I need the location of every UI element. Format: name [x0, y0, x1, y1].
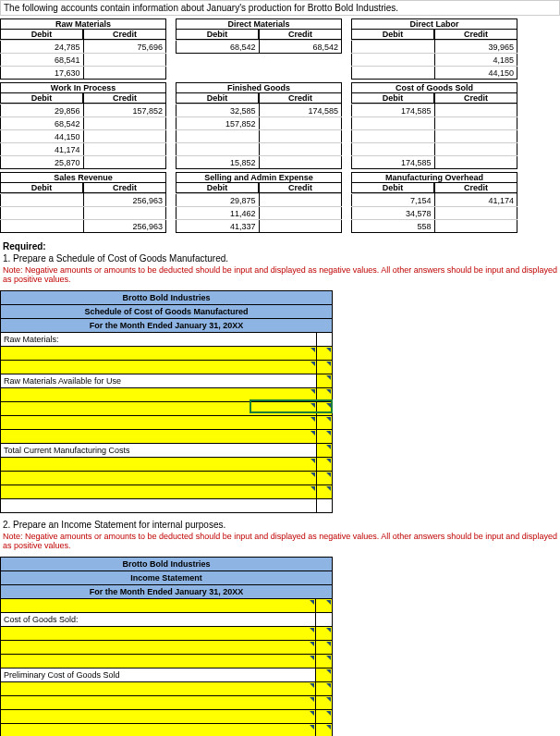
debit-cell[interactable]: [352, 41, 435, 54]
sched-row-total: Total Current Manufacturing Costs: [1, 444, 317, 458]
debit-cell[interactable]: [1, 194, 84, 207]
input-cell[interactable]: [1, 347, 317, 361]
t-account: Raw Materials DebitCredit 24,78575,69668…: [0, 18, 166, 80]
credit-cell[interactable]: [434, 220, 517, 233]
credit-cell[interactable]: [434, 156, 517, 169]
account-title: Manufacturing Overhead: [351, 172, 517, 182]
debit-header: Debit: [351, 92, 434, 104]
debit-cell[interactable]: 157,852: [177, 117, 260, 130]
credit-cell[interactable]: [259, 130, 342, 143]
debit-cell[interactable]: [352, 67, 435, 80]
inc-row-prelim: Preliminary Cost of Goods Sold: [1, 669, 316, 682]
credit-cell[interactable]: 4,185: [434, 54, 517, 67]
note2-text: Note: Negative amounts or amounts to be …: [0, 531, 560, 551]
debit-cell[interactable]: [352, 143, 435, 156]
debit-cell[interactable]: 41,337: [177, 220, 260, 233]
debit-header: Debit: [176, 182, 259, 193]
debit-cell[interactable]: 25,870: [1, 156, 84, 169]
t-account: Sales Revenue DebitCredit 256,963256,963: [0, 172, 166, 233]
credit-cell[interactable]: 44,150: [434, 67, 517, 80]
credit-cell[interactable]: 39,965: [434, 41, 517, 54]
credit-cell[interactable]: [259, 156, 342, 169]
credit-cell[interactable]: [259, 117, 342, 130]
credit-cell[interactable]: [434, 117, 517, 130]
debit-cell[interactable]: 174,585: [352, 156, 435, 169]
account-title: Direct Labor: [351, 18, 517, 29]
debit-cell[interactable]: 68,542: [1, 117, 84, 130]
debit-cell[interactable]: 34,578: [352, 207, 435, 220]
debit-cell[interactable]: [352, 130, 435, 143]
credit-cell[interactable]: [259, 143, 342, 156]
credit-cell[interactable]: [434, 143, 517, 156]
credit-cell[interactable]: [83, 207, 166, 220]
credit-header: Credit: [83, 92, 166, 104]
intro-text: The following accounts contain informati…: [0, 0, 560, 16]
debit-cell[interactable]: 174,585: [352, 104, 435, 117]
credit-cell[interactable]: 157,852: [83, 104, 166, 117]
credit-cell[interactable]: [434, 130, 517, 143]
debit-header: Debit: [176, 29, 259, 40]
debit-cell[interactable]: 17,630: [1, 67, 84, 80]
debit-header: Debit: [351, 29, 434, 40]
sched-period: For the Month Ended January 31, 20XX: [1, 319, 333, 333]
debit-cell[interactable]: 7,154: [352, 194, 435, 207]
credit-cell[interactable]: [83, 130, 166, 143]
credit-cell[interactable]: 41,174: [434, 194, 517, 207]
account-title: Sales Revenue: [0, 172, 166, 182]
sched-company: Brotto Bold Industries: [1, 291, 333, 305]
debit-cell[interactable]: 68,542: [177, 41, 260, 54]
credit-cell[interactable]: [83, 143, 166, 156]
debit-cell[interactable]: 44,150: [1, 130, 84, 143]
debit-cell[interactable]: [1, 207, 84, 220]
credit-cell[interactable]: [83, 117, 166, 130]
debit-cell[interactable]: 29,875: [177, 194, 260, 207]
credit-header: Credit: [259, 92, 342, 104]
debit-cell[interactable]: 68,541: [1, 54, 84, 67]
debit-header: Debit: [351, 182, 434, 193]
credit-header: Credit: [434, 182, 517, 193]
credit-cell[interactable]: [83, 67, 166, 80]
debit-cell[interactable]: 558: [352, 220, 435, 233]
credit-header: Credit: [259, 182, 342, 193]
credit-cell[interactable]: 174,585: [259, 104, 342, 117]
account-title: Raw Materials: [0, 18, 166, 29]
debit-cell[interactable]: 15,852: [177, 156, 260, 169]
debit-cell[interactable]: 24,785: [1, 41, 84, 54]
debit-cell[interactable]: 11,462: [177, 207, 260, 220]
debit-cell[interactable]: 41,174: [1, 143, 84, 156]
credit-cell[interactable]: [83, 54, 166, 67]
account-title: Finished Goods: [176, 82, 342, 92]
credit-cell[interactable]: [259, 220, 342, 233]
inc-company: Brotto Bold Industries: [1, 558, 333, 571]
credit-cell[interactable]: 256,963: [83, 220, 166, 233]
debit-cell[interactable]: [177, 143, 260, 156]
t-account: Cost of Goods Sold DebitCredit 174,58517…: [351, 82, 517, 169]
credit-header: Credit: [434, 29, 517, 40]
inc-title: Income Statement: [1, 571, 333, 585]
account-title: Cost of Goods Sold: [351, 82, 517, 92]
credit-cell[interactable]: [259, 194, 342, 207]
credit-cell[interactable]: [434, 104, 517, 117]
credit-cell[interactable]: 68,542: [259, 41, 342, 54]
income-table[interactable]: Brotto Bold Industries Income Statement …: [0, 557, 333, 736]
t-account: Direct Labor DebitCredit 39,9654,18544,1…: [351, 18, 517, 80]
credit-cell[interactable]: 75,696: [83, 41, 166, 54]
credit-cell[interactable]: [259, 207, 342, 220]
debit-cell[interactable]: [352, 117, 435, 130]
debit-header: Debit: [0, 182, 83, 193]
credit-header: Credit: [83, 29, 166, 40]
credit-cell[interactable]: 256,963: [83, 194, 166, 207]
t-account: Selling and Admin Expense DebitCredit 29…: [176, 172, 342, 233]
debit-cell[interactable]: [352, 54, 435, 67]
active-cell[interactable]: [250, 399, 333, 413]
t-account: Manufacturing Overhead DebitCredit 7,154…: [351, 172, 517, 233]
debit-cell[interactable]: [177, 130, 260, 143]
debit-cell[interactable]: 29,856: [1, 104, 84, 117]
debit-cell[interactable]: [1, 220, 84, 233]
credit-cell[interactable]: [83, 156, 166, 169]
credit-cell[interactable]: [434, 207, 517, 220]
sched-row-rawmat: Raw Materials:: [1, 333, 317, 347]
account-title: Work In Process: [0, 82, 166, 92]
credit-header: Credit: [434, 92, 517, 104]
debit-cell[interactable]: 32,585: [177, 104, 260, 117]
